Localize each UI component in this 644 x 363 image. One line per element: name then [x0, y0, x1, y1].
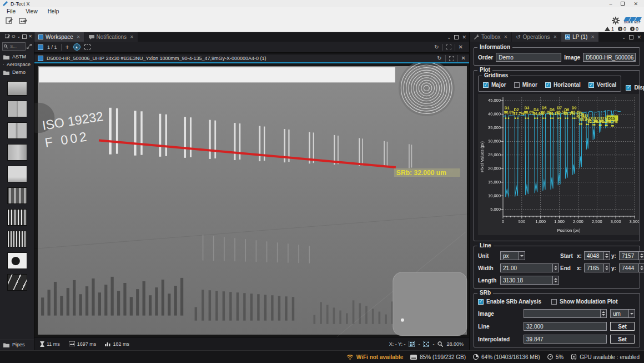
- add-page-button[interactable]: +: [66, 43, 69, 51]
- display-inverted-values-checkbox[interactable]: ✓Display Inverted Values: [626, 84, 644, 91]
- maximize-button[interactable]: [621, 2, 625, 6]
- start-y-field[interactable]: 7157: [619, 251, 644, 260]
- lp-profile-chart[interactable]: [478, 94, 639, 235]
- marquee-select-icon[interactable]: [84, 44, 90, 49]
- select-all-checkbox[interactable]: [38, 44, 43, 50]
- spinner[interactable]: [553, 263, 559, 272]
- zoom-level[interactable]: 28.00%: [446, 341, 464, 347]
- thumbnail[interactable]: [7, 81, 27, 96]
- menu-view[interactable]: View: [21, 8, 43, 14]
- sidebar-item-aerospace[interactable]: Aerospace: [0, 61, 34, 68]
- thumbnail[interactable]: [7, 101, 27, 117]
- order-filter[interactable]: O: [12, 34, 15, 39]
- thumbnail[interactable]: [7, 252, 27, 269]
- document-checkbox[interactable]: [38, 56, 43, 61]
- tab-toolbox[interactable]: Toolbox✕: [470, 32, 511, 42]
- gridlines-vertical-checkbox[interactable]: ✓Vertical: [588, 82, 617, 88]
- refresh-icon[interactable]: ↻: [437, 56, 441, 61]
- fit-view-icon[interactable]: [449, 56, 454, 61]
- thumbnail[interactable]: [7, 231, 27, 247]
- spinner[interactable]: [604, 263, 610, 272]
- gridlines-major-checkbox[interactable]: ✓Major: [483, 82, 506, 88]
- tab-operations[interactable]: ↺ Operations✕: [512, 32, 561, 42]
- start-x-field[interactable]: 4048: [584, 251, 610, 260]
- tab-workspace[interactable]: Workspace✕: [34, 32, 84, 42]
- sidebar-item-demo[interactable]: Demo: [0, 68, 34, 76]
- checkbox[interactable]: ✓: [545, 82, 551, 88]
- checkbox[interactable]: ✓: [478, 299, 484, 305]
- srb-interpolated-set-button[interactable]: Set: [610, 335, 635, 344]
- warning-badge[interactable]: 1: [605, 26, 614, 32]
- thumbnail[interactable]: [7, 274, 27, 291]
- menu-file[interactable]: File: [2, 8, 21, 14]
- thumbnail[interactable]: [7, 166, 27, 182]
- chevron-down-icon[interactable]: ⌄: [17, 34, 21, 39]
- spinner[interactable]: [604, 251, 610, 260]
- tab-close-icon[interactable]: ✕: [591, 34, 595, 39]
- thumbnail[interactable]: [7, 209, 27, 226]
- chevron-down-icon[interactable]: ⌄: [447, 34, 451, 40]
- chevron-down-icon[interactable]: ⌄: [622, 34, 626, 40]
- sidebar-item-pipes[interactable]: Pipes: [0, 340, 34, 350]
- show-modulation-plot-checkbox[interactable]: Show Modulation Plot: [551, 299, 617, 305]
- close-icon[interactable]: ✕: [637, 34, 641, 40]
- close-icon[interactable]: ✕: [461, 56, 466, 61]
- srb-interpolated-field[interactable]: 39.847: [524, 335, 607, 344]
- chevron-down-icon[interactable]: [519, 251, 525, 260]
- spinner[interactable]: [639, 263, 644, 272]
- checkbox[interactable]: ✓: [588, 82, 594, 88]
- checkbox[interactable]: ✓: [483, 82, 489, 88]
- info-badge-2[interactable]: i0: [630, 26, 638, 32]
- close-icon[interactable]: ✕: [459, 44, 463, 50]
- new-order-icon[interactable]: [5, 34, 10, 39]
- tab-notifications[interactable]: Notifications✕: [85, 32, 138, 42]
- chevron-down-icon[interactable]: [629, 309, 635, 318]
- enable-srb-analysis-checkbox[interactable]: ✓Enable SRb Analysis: [478, 299, 541, 305]
- popout-icon[interactable]: [22, 34, 27, 39]
- search-input[interactable]: [9, 43, 21, 49]
- srb-image-field[interactable]: [524, 309, 607, 318]
- gridlines-minor-checkbox[interactable]: Minor: [514, 82, 537, 88]
- refresh-icon[interactable]: ↻: [434, 44, 439, 50]
- edit-report-icon[interactable]: [6, 17, 13, 24]
- thumbnail[interactable]: [7, 187, 27, 204]
- unit-select[interactable]: px: [500, 251, 526, 260]
- menu-help[interactable]: Help: [43, 8, 64, 14]
- end-x-field[interactable]: 7165: [584, 263, 610, 272]
- radiograph-image[interactable]: ISO 19232 F 002 SRb: 32.000 um: [34, 63, 469, 337]
- tab-lp[interactable]: LP (1)✕: [561, 32, 598, 42]
- spinner[interactable]: [601, 309, 607, 318]
- order-field[interactable]: Demo: [496, 53, 561, 62]
- gridlines-horizontal-checkbox[interactable]: ✓Horizontal: [545, 82, 581, 88]
- tab-close-icon[interactable]: ✕: [504, 34, 507, 39]
- close-icon[interactable]: ✕: [28, 34, 32, 39]
- fit-view-icon[interactable]: [446, 44, 451, 49]
- sidebar-item-astm[interactable]: ASTM: [0, 53, 34, 61]
- info-badge-1[interactable]: i0: [618, 26, 626, 32]
- close-button[interactable]: ✕: [633, 1, 638, 7]
- srb-line-set-button[interactable]: Set: [610, 322, 635, 331]
- length-field[interactable]: 3130.18: [500, 276, 559, 285]
- document-titlebar[interactable]: D5000-HR_500006_UHIP 24x30 #B3E3NU_Yxlon…: [34, 54, 469, 63]
- tab-close-icon[interactable]: ✕: [77, 34, 80, 39]
- expand-arrows-icon[interactable]: [27, 44, 32, 49]
- thumbnail[interactable]: [7, 122, 27, 139]
- settings-gear-icon[interactable]: [612, 17, 620, 24]
- tab-close-icon[interactable]: ✕: [553, 34, 557, 39]
- popout-icon[interactable]: [454, 35, 459, 39]
- width-field[interactable]: 21.00: [500, 263, 559, 272]
- spinner[interactable]: [553, 276, 559, 285]
- spinner[interactable]: [639, 251, 644, 260]
- close-icon[interactable]: ✕: [462, 34, 466, 40]
- checkbox[interactable]: [514, 82, 520, 88]
- edit-image-icon[interactable]: [19, 17, 27, 24]
- image-field[interactable]: D5000-HR_500006_UHIP 24x30 #B: [583, 53, 636, 62]
- popout-icon[interactable]: [629, 35, 633, 39]
- pixel-grid-icon[interactable]: [409, 341, 415, 347]
- end-y-field[interactable]: 7444: [619, 263, 644, 272]
- tab-close-icon[interactable]: ✕: [130, 34, 134, 39]
- image-viewport[interactable]: ISO 19232 F 002 SRb: 32.000 um: [34, 63, 469, 337]
- srb-line-field[interactable]: 32.000: [524, 322, 607, 331]
- checkbox[interactable]: ✓: [626, 85, 631, 91]
- thumbnail[interactable]: [7, 144, 27, 161]
